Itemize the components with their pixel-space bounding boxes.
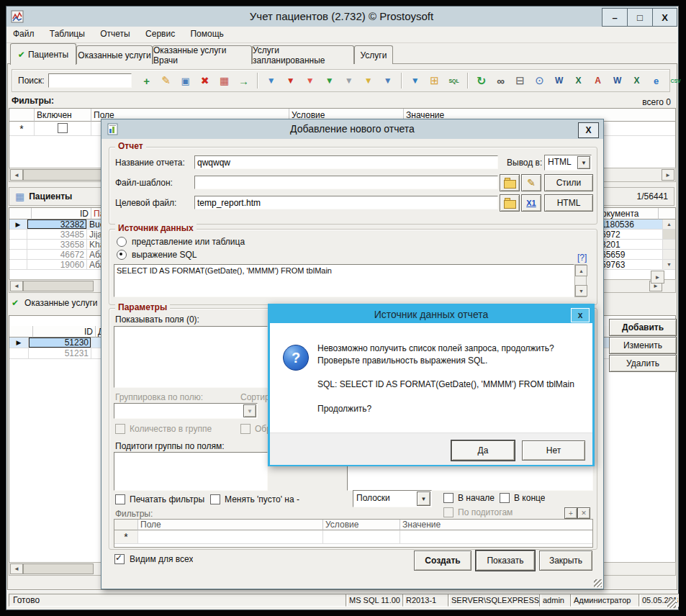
tab-services[interactable]: Услуги — [354, 45, 393, 64]
export-html-icon[interactable]: e — [649, 73, 664, 88]
dlg-col-value[interactable]: Значение — [400, 520, 592, 530]
dialog-resize-grip[interactable] — [594, 579, 602, 587]
filters-col-enabled[interactable]: Включен — [35, 109, 91, 122]
reverse-checkbox[interactable] — [240, 424, 251, 434]
menu-help[interactable]: Помощь — [184, 27, 230, 41]
export-excel-file-icon[interactable]: X — [629, 73, 645, 88]
subtotals-listbox[interactable] — [114, 452, 268, 491]
at-start-row[interactable]: В начале — [443, 493, 495, 503]
by-subtotals-checkbox[interactable] — [443, 507, 453, 517]
count-checkbox-row[interactable]: Количество в группе — [115, 424, 212, 434]
scroll-up-icon[interactable]: ▲ — [575, 265, 587, 276]
radio-sql[interactable] — [117, 250, 127, 260]
minimize-button[interactable]: – — [602, 8, 628, 27]
dlg-col-field[interactable]: Поле — [138, 520, 323, 530]
export-pdf-icon[interactable]: A — [590, 73, 606, 88]
visible-checkbox[interactable] — [114, 554, 125, 564]
replace-empty-checkbox[interactable] — [210, 494, 220, 504]
create-button[interactable]: Создать — [414, 551, 471, 571]
delete-table-icon[interactable]: ▦ — [217, 73, 233, 88]
export-csv-icon[interactable]: CSV — [668, 73, 684, 88]
export-word-file-icon[interactable]: W — [610, 73, 626, 88]
no-button[interactable]: Нет — [522, 440, 585, 461]
scroll-thumb[interactable] — [663, 230, 675, 240]
chevron-down-icon[interactable]: ▼ — [577, 156, 590, 169]
delete-record-icon[interactable]: ✖ — [197, 73, 213, 88]
show-groups-icon[interactable]: ⊞ — [427, 73, 443, 88]
scroll-thumb[interactable] — [23, 563, 94, 574]
menu-service[interactable]: Сервис — [139, 27, 181, 41]
sql-textarea[interactable]: SELECT ID AS FORMAT(GetDate(), 'MMMM') F… — [114, 264, 574, 297]
patients-id-cell[interactable]: 19060 — [27, 260, 87, 270]
search-input[interactable] — [48, 73, 132, 88]
at-end-checkbox[interactable] — [500, 493, 510, 503]
open-target-button[interactable] — [500, 194, 520, 212]
scroll-right-icon[interactable]: ► — [662, 169, 674, 181]
services-id-cell[interactable]: 51230 — [29, 338, 91, 348]
filter-add-icon[interactable]: ▼ — [263, 73, 279, 88]
filter-add-small-button[interactable]: + — [564, 507, 577, 519]
radio-sql-row[interactable]: выражение SQL — [117, 250, 197, 260]
menu-reports[interactable]: Отчеты — [94, 27, 136, 41]
scroll-down-icon[interactable]: ▼ — [575, 285, 587, 296]
msgbox-close-button[interactable]: x — [571, 308, 590, 322]
add-row-button[interactable]: Добавить — [609, 319, 677, 336]
filter-enable-icon[interactable]: ▼ — [322, 73, 338, 88]
fields-listbox[interactable] — [114, 326, 268, 388]
chevron-down-icon[interactable]: ▼ — [417, 492, 430, 506]
patients-doc-cell[interactable]: 6972 — [599, 230, 663, 240]
export-word-icon[interactable]: W — [551, 73, 567, 88]
services-col-id[interactable]: ID — [33, 326, 96, 338]
title-bar[interactable]: Учет пациентов (2.732) © Prostoysoft – □… — [6, 6, 677, 27]
show-button[interactable]: Показать — [476, 551, 535, 571]
excel-format-button[interactable]: X1 — [521, 194, 541, 212]
dialog-title-bar[interactable]: Добавление нового отчета X — [101, 119, 603, 139]
show-filters-icon[interactable]: ▼ — [407, 73, 423, 88]
scroll-up-icon[interactable]: ▲ — [663, 219, 675, 230]
radio-table-row[interactable]: представление или таблица — [117, 237, 245, 247]
filter-disable-icon[interactable]: ▼ — [341, 73, 357, 88]
import-icon[interactable]: → — [236, 73, 252, 88]
delete-row-button[interactable]: Удалить — [609, 355, 677, 372]
scroll-thumb[interactable] — [23, 169, 104, 181]
maximize-button[interactable]: □ — [627, 8, 653, 27]
copy-record-icon[interactable]: ▣ — [178, 73, 194, 88]
filter-clear-icon[interactable]: ▼ — [302, 73, 318, 88]
dlg-col-condition[interactable]: Условие — [323, 520, 400, 530]
open-template-button[interactable] — [500, 174, 520, 191]
tab-patients[interactable]: ✔ Пациенты — [10, 43, 76, 65]
tab-planned-services[interactable]: Услуги запланированные — [252, 45, 354, 64]
services-id-cell[interactable]: 51231 — [29, 348, 91, 359]
filter-clear-small-button[interactable]: ✕ — [577, 507, 590, 519]
patients-doc-cell[interactable]: 65659 — [599, 250, 663, 260]
patients-doc-cell[interactable]: 8201 — [599, 240, 663, 250]
count-checkbox[interactable] — [115, 424, 125, 434]
patients-id-cell[interactable]: 32382 — [27, 219, 87, 230]
template-input[interactable] — [194, 176, 498, 189]
edit-template-button[interactable]: ✎ — [521, 174, 541, 191]
filter-edit-icon[interactable]: ▼ — [361, 73, 376, 88]
styles-button[interactable]: Стили — [544, 174, 593, 191]
at-end-row[interactable]: В конце — [500, 493, 545, 503]
output-select[interactable]: HTML ▼ — [544, 155, 592, 171]
filters-enabled-cell[interactable] — [35, 122, 91, 136]
tab-rendered-services-doctors[interactable]: Оказанные услуги Врачи — [153, 45, 252, 64]
radio-table[interactable] — [117, 237, 127, 247]
preview-icon[interactable]: ⊙ — [532, 73, 548, 88]
patients-id-cell[interactable]: 33658 — [27, 240, 87, 250]
patients-doc-cell[interactable]: 1180536 — [599, 219, 663, 230]
find-icon[interactable]: ∞ — [493, 73, 509, 88]
patients-doc-cell[interactable]: 59763 — [599, 260, 663, 270]
scroll-left-icon[interactable]: ◄ — [10, 563, 23, 574]
edit-row-button[interactable]: Изменить — [609, 337, 677, 354]
sql-vscrollbar[interactable]: ▲ ▼ — [574, 264, 587, 297]
patients-id-cell[interactable]: 33485 — [27, 230, 87, 240]
yes-button[interactable]: Да — [451, 440, 515, 461]
print-filters-row[interactable]: Печатать фильтры — [115, 494, 204, 504]
print-icon[interactable]: ⊟ — [513, 73, 528, 88]
stripes-select[interactable]: Полоски ▼ — [353, 490, 432, 507]
add-record-icon[interactable]: + — [139, 73, 155, 88]
scroll-down-icon[interactable]: ▼ — [663, 260, 675, 270]
dialog-close-button[interactable]: X — [578, 122, 599, 138]
html-button[interactable]: HTML — [544, 194, 593, 212]
